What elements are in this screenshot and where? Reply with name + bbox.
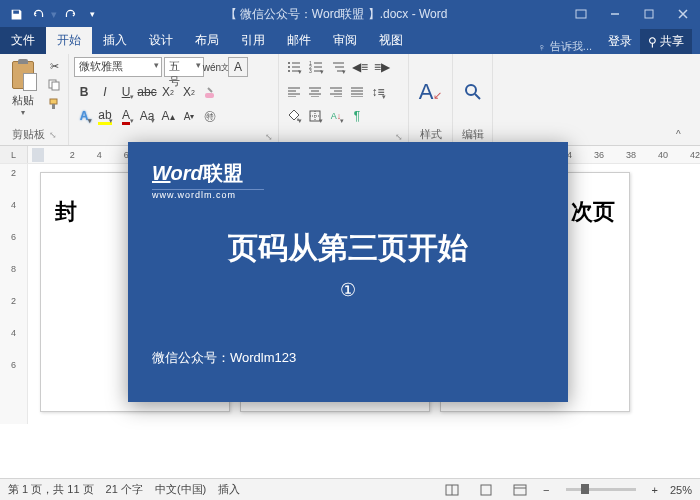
share-button[interactable]: ⚲共享 [640,29,692,54]
ruler-corner: L [0,146,28,163]
grow-font-icon[interactable]: A▴ [158,106,178,126]
read-mode-icon[interactable] [441,481,463,499]
svg-point-8 [288,62,290,64]
status-bar: 第 1 页，共 11 页 21 个字 中文(中国) 插入 − + 25% [0,478,700,500]
svg-text:3: 3 [309,68,312,73]
justify-icon[interactable] [347,82,367,102]
ribbon: 粘贴 ▾ ✂ 剪贴板⤡ 微软雅黑 五号 wén文 A B I U abc [0,54,700,146]
text-effects-icon[interactable]: A [74,106,94,126]
line-spacing-icon[interactable]: ↕≡ [368,82,388,102]
borders-icon[interactable] [305,106,325,126]
svg-rect-6 [52,104,55,109]
shrink-font-icon[interactable]: A▾ [179,106,199,126]
tell-me-search[interactable]: ♀告诉我... [530,39,600,54]
close-icon[interactable] [666,0,700,28]
align-center-icon[interactable] [305,82,325,102]
svg-rect-46 [481,485,491,495]
align-left-icon[interactable] [284,82,304,102]
font-size-combo[interactable]: 五号 [164,57,204,77]
paste-icon [9,59,37,91]
group-font: 微软雅黑 五号 wén文 A B I U abc X2 X2 A ab A Aa… [69,54,279,145]
sort-icon[interactable]: A↓ [326,106,346,126]
status-language[interactable]: 中文(中国) [155,482,206,497]
show-hide-icon[interactable]: ¶ [347,106,367,126]
underline-button[interactable]: U [116,82,136,102]
status-mode[interactable]: 插入 [218,482,240,497]
lightbulb-icon: ♀ [538,41,546,53]
svg-rect-2 [645,10,653,18]
align-right-icon[interactable] [326,82,346,102]
status-words[interactable]: 21 个字 [106,482,143,497]
cut-icon[interactable]: ✂ [45,57,63,75]
undo-icon[interactable] [28,4,48,24]
superscript-button[interactable]: X2 [179,82,199,102]
tab-mailings[interactable]: 邮件 [276,27,322,54]
highlight-icon[interactable]: ab [95,106,115,126]
tab-design[interactable]: 设计 [138,27,184,54]
group-paragraph: 123 ◀≡ ≡▶ ↕≡ A↓ ¶ ⤡ [279,54,409,145]
vertical-ruler[interactable]: 2468246 [0,164,28,424]
zoom-slider[interactable] [566,488,636,491]
tab-references[interactable]: 引用 [230,27,276,54]
minimize-icon[interactable] [598,0,632,28]
tab-review[interactable]: 审阅 [322,27,368,54]
font-color-icon[interactable]: A [116,106,136,126]
zoom-out-icon[interactable]: − [543,484,549,496]
dialog-launcher-icon[interactable]: ⤡ [49,130,57,140]
styles-button[interactable]: A↙ [419,79,443,105]
group-editing: 编辑 [453,54,493,145]
clipboard-label: 剪贴板 [12,127,45,142]
svg-rect-7 [205,93,214,98]
italic-button[interactable]: I [95,82,115,102]
strikethrough-button[interactable]: abc [137,82,157,102]
shading-icon[interactable] [284,106,304,126]
svg-point-10 [288,66,290,68]
decrease-indent-icon[interactable]: ◀≡ [350,57,370,77]
collapse-ribbon-icon[interactable]: ^ [676,129,694,143]
account-area: 登录 ⚲共享 [600,29,700,54]
tab-home[interactable]: 开始 [46,27,92,54]
ribbon-tabs: 文件 开始 插入 设计 布局 引用 邮件 审阅 视图 ♀告诉我... 登录 ⚲共… [0,28,700,54]
svg-rect-5 [50,99,57,104]
svg-rect-4 [52,82,59,90]
subscript-button[interactable]: X2 [158,82,178,102]
web-layout-icon[interactable] [509,481,531,499]
font-name-combo[interactable]: 微软雅黑 [74,57,162,77]
copy-icon[interactable] [45,76,63,94]
ribbon-display-icon[interactable] [564,0,598,28]
maximize-icon[interactable] [632,0,666,28]
zoom-in-icon[interactable]: + [652,484,658,496]
save-icon[interactable] [6,4,26,24]
styles-icon: A↙ [419,79,443,105]
find-button[interactable] [463,82,483,102]
qat-customize-icon[interactable]: ▾ [82,4,102,24]
enclose-characters-icon[interactable]: ㊕ [200,106,220,126]
tab-layout[interactable]: 布局 [184,27,230,54]
numbering-icon[interactable]: 123 [306,57,326,77]
status-page[interactable]: 第 1 页，共 11 页 [8,482,94,497]
format-painter-icon[interactable] [45,95,63,113]
bullets-icon[interactable] [284,57,304,77]
redo-icon[interactable] [60,4,80,24]
bold-button[interactable]: B [74,82,94,102]
dialog-launcher-icon[interactable]: ⤡ [265,132,273,142]
character-shading-icon[interactable]: Aa [137,106,157,126]
phonetic-guide-icon[interactable]: wén文 [206,57,226,77]
multilevel-list-icon[interactable] [328,57,348,77]
tab-insert[interactable]: 插入 [92,27,138,54]
character-border-icon[interactable]: A [228,57,248,77]
increase-indent-icon[interactable]: ≡▶ [372,57,392,77]
clear-formatting-icon[interactable] [200,82,220,102]
print-layout-icon[interactable] [475,481,497,499]
dialog-launcher-icon[interactable]: ⤡ [395,132,403,142]
paste-button[interactable]: 粘贴 ▾ [5,57,41,119]
zoom-level[interactable]: 25% [670,484,692,496]
styles-label: 样式 [414,126,447,143]
overlay-url: www.wordlm.com [152,189,264,200]
login-link[interactable]: 登录 [608,33,632,50]
share-icon: ⚲ [648,35,657,49]
title-bar: ▾ ▾ 【 微信公众号：Word联盟 】.docx - Word [0,0,700,28]
tab-view[interactable]: 视图 [368,27,414,54]
tab-file[interactable]: 文件 [0,27,46,54]
window-title: 【 微信公众号：Word联盟 】.docx - Word [108,6,564,23]
